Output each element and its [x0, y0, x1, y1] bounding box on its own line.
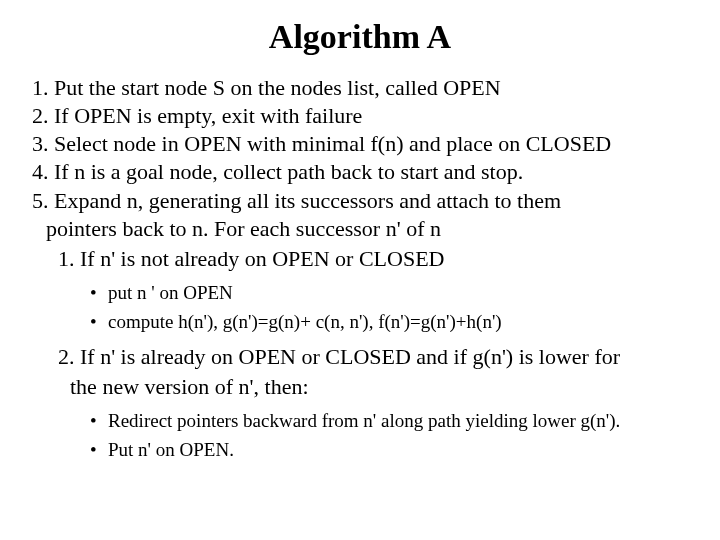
step-5-line-1: 5. Expand n, generating all its successo… [32, 187, 688, 215]
bullet-redirect-pointers: Redirect pointers backward from n' along… [90, 409, 688, 433]
step-1: 1. Put the start node S on the nodes lis… [32, 74, 688, 102]
slide-title: Algorithm A [32, 18, 688, 56]
step-4: 4. If n is a goal node, collect path bac… [32, 158, 688, 186]
step-5-sub-2-line-2: the new version of n', then: [32, 373, 688, 401]
slide: Algorithm A 1. Put the start node S on t… [0, 0, 720, 463]
bullet-put-nprime-open: Put n' on OPEN. [90, 438, 688, 462]
step-5-sub-1: 1. If n' is not already on OPEN or CLOSE… [32, 245, 688, 273]
step-5-sub-2-bullets: Redirect pointers backward from n' along… [32, 409, 688, 463]
step-2: 2. If OPEN is empty, exit with failure [32, 102, 688, 130]
slide-body: 1. Put the start node S on the nodes lis… [32, 74, 688, 463]
step-5-line-2: pointers back to n. For each successor n… [32, 215, 688, 243]
bullet-compute: compute h(n'), g(n')=g(n)+ c(n, n'), f(n… [90, 310, 688, 334]
step-5-sub-2-line-1: 2. If n' is already on OPEN or CLOSED an… [32, 343, 688, 371]
step-3: 3. Select node in OPEN with minimal f(n)… [32, 130, 688, 158]
step-5-sub-1-bullets: put n ' on OPEN compute h(n'), g(n')=g(n… [32, 281, 688, 335]
bullet-put-on-open: put n ' on OPEN [90, 281, 688, 305]
